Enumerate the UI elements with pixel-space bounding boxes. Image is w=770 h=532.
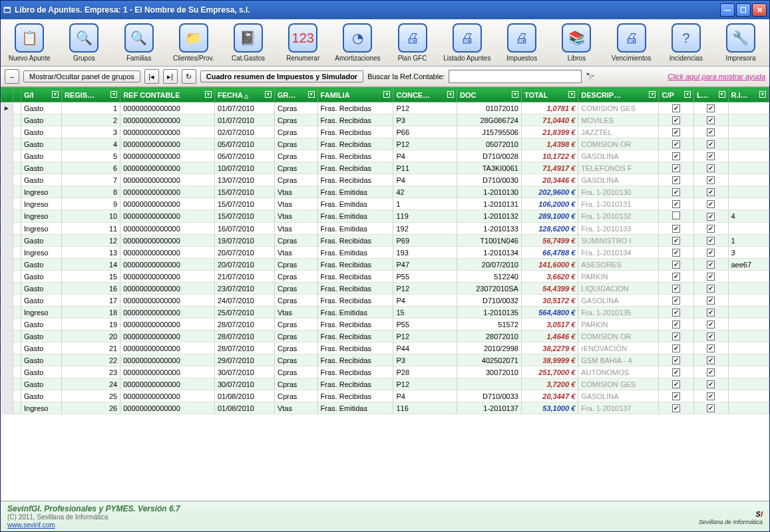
cell-l[interactable] — [693, 378, 728, 390]
table-row[interactable]: Ingreso90000000000000015/07/2010VtasFras… — [1, 198, 769, 210]
help-link[interactable]: Click aquí para mostrar ayuda — [668, 72, 765, 80]
toolbar-cat-gastos[interactable]: 📓Cat.Gastos — [221, 21, 276, 65]
cell-l[interactable] — [693, 319, 728, 331]
row-selector[interactable] — [1, 390, 13, 402]
cell-l[interactable] — [693, 126, 728, 138]
cell-cp[interactable] — [659, 198, 693, 210]
row-selector[interactable] — [1, 186, 13, 198]
cell-l[interactable] — [693, 174, 728, 186]
table-row[interactable]: Gasto70000000000000013/07/2010CprasFras.… — [1, 174, 769, 186]
cell-cp[interactable] — [659, 174, 693, 186]
table-row[interactable]: Gasto160000000000000023/07/2010CprasFras… — [1, 283, 769, 295]
cell-l[interactable] — [693, 186, 728, 198]
toolbar-libros[interactable]: 📚Libros — [549, 21, 604, 65]
col-header-14[interactable]: R.I…▼ — [728, 88, 769, 102]
table-row[interactable]: Gasto30000000000000002/07/2010CprasFras.… — [1, 126, 769, 138]
row-selector[interactable] — [1, 138, 13, 150]
cell-l[interactable] — [693, 307, 728, 319]
cell-cp[interactable] — [659, 114, 693, 126]
toolbar-familias[interactable]: 🔍Familias — [111, 21, 166, 65]
row-selector[interactable] — [1, 307, 13, 319]
cell-l[interactable] — [693, 198, 728, 210]
table-row[interactable]: Ingreso100000000000000015/07/2010VtasFra… — [1, 210, 769, 223]
toolbar-listado-apuntes[interactable]: 🖨Listado Apuntes — [440, 21, 494, 65]
minimize-button[interactable]: — — [720, 3, 735, 17]
cell-cp[interactable] — [659, 162, 693, 174]
toolbar-nuevo-apunte[interactable]: 📋Nuevo Apunte — [2, 21, 57, 65]
table-row[interactable]: Gasto220000000000000029/07/2010CprasFras… — [1, 354, 769, 366]
binoculars-icon[interactable]: 🔭 — [586, 72, 595, 81]
row-selector[interactable] — [1, 126, 13, 138]
row-selector[interactable] — [1, 223, 13, 235]
cell-l[interactable] — [693, 354, 728, 366]
row-selector[interactable] — [1, 319, 13, 331]
row-selector[interactable]: ▸ — [1, 102, 13, 114]
row-selector[interactable] — [1, 210, 13, 223]
table-row[interactable]: Gasto150000000000000021/07/2010CprasFras… — [1, 271, 769, 283]
cell-l[interactable] — [693, 331, 728, 342]
toolbar-impuestos[interactable]: 🖨Impuestos — [494, 21, 549, 65]
row-selector[interactable] — [1, 150, 13, 162]
cell-cp[interactable] — [659, 150, 693, 162]
col-header-8[interactable]: CONCE…▼ — [393, 88, 457, 102]
cell-l[interactable] — [693, 259, 728, 271]
row-selector[interactable] — [1, 114, 13, 126]
cell-l[interactable] — [693, 235, 728, 247]
row-selector[interactable] — [1, 174, 13, 186]
table-row[interactable]: Gasto230000000000000030/07/2010CprasFras… — [1, 366, 769, 378]
table-row[interactable]: Gasto50000000000000005/07/2010CprasFras.… — [1, 150, 769, 162]
collapse-button[interactable]: – — [5, 69, 19, 84]
table-row[interactable]: Ingreso110000000000000016/07/2010VtasFra… — [1, 223, 769, 235]
cuadro-resumen-button[interactable]: Cuadro resumen de Impuestos y Simulador — [200, 70, 363, 82]
table-row[interactable]: Gasto240000000000000030/07/2010CprasFras… — [1, 378, 769, 390]
cell-cp[interactable] — [659, 283, 693, 295]
table-row[interactable]: Gasto170000000000000024/07/2010CprasFras… — [1, 295, 769, 307]
cell-cp[interactable] — [659, 331, 693, 342]
cell-cp[interactable] — [659, 186, 693, 198]
cell-cp[interactable] — [659, 319, 693, 331]
cell-l[interactable] — [693, 102, 728, 114]
cell-cp[interactable] — [659, 126, 693, 138]
col-header-10[interactable]: TOTAL▼ — [521, 88, 578, 102]
col-header-9[interactable]: DOC▼ — [457, 88, 522, 102]
col-header-11[interactable]: DESCRIP…▼ — [578, 88, 659, 102]
table-row[interactable]: Gasto60000000000000010/07/2010CprasFras.… — [1, 162, 769, 174]
row-selector[interactable] — [1, 366, 13, 378]
cell-cp[interactable] — [659, 259, 693, 271]
row-selector[interactable] — [1, 283, 13, 295]
vendor-url[interactable]: www.sevinf.com — [7, 521, 55, 529]
table-row[interactable]: Gasto210000000000000028/07/2010CprasFras… — [1, 342, 769, 354]
cell-l[interactable] — [693, 114, 728, 126]
cell-cp[interactable] — [659, 210, 693, 223]
table-row[interactable]: Gasto190000000000000028/07/2010CprasFras… — [1, 319, 769, 331]
cell-l[interactable] — [693, 342, 728, 354]
toggle-groups-panel-button[interactable]: Mostrar/Ocultar panel de grupos — [23, 70, 140, 82]
col-header-2[interactable]: G/I▼ — [21, 88, 61, 102]
table-row[interactable]: Gasto40000000000000005/07/2010CprasFras.… — [1, 138, 769, 150]
col-header-0[interactable] — [1, 88, 13, 102]
row-selector[interactable] — [1, 235, 13, 247]
cell-l[interactable] — [693, 390, 728, 402]
row-selector[interactable] — [1, 354, 13, 366]
cell-l[interactable] — [693, 223, 728, 235]
col-header-7[interactable]: FAMILIA▼ — [317, 88, 393, 102]
toolbar-clientes-prov[interactable]: 📁Clientes/Prov. — [166, 21, 221, 65]
cell-cp[interactable] — [659, 271, 693, 283]
row-selector[interactable] — [1, 271, 13, 283]
cell-l[interactable] — [693, 271, 728, 283]
row-selector[interactable] — [1, 331, 13, 342]
col-header-4[interactable]: REF CONTABLE▼ — [120, 88, 215, 102]
cell-cp[interactable] — [659, 354, 693, 366]
table-row[interactable]: Gasto250000000000000001/08/2010CprasFras… — [1, 390, 769, 402]
cell-cp[interactable] — [659, 307, 693, 319]
cell-cp[interactable] — [659, 378, 693, 390]
table-row[interactable]: ▸Gasto10000000000000001/07/2010CprasFras… — [1, 102, 769, 114]
table-row[interactable]: Gasto20000000000000001/07/2010CprasFras.… — [1, 114, 769, 126]
col-header-13[interactable]: L…▼ — [693, 88, 728, 102]
table-row[interactable]: Gasto140000000000000020/07/2010CprasFras… — [1, 259, 769, 271]
toolbar-grupos[interactable]: 🔍Grupos — [57, 21, 111, 65]
table-row[interactable]: Ingreso130000000000000020/07/2010VtasFra… — [1, 247, 769, 259]
toolbar-amortizaciones[interactable]: ◔Amortizaciones — [330, 21, 385, 65]
table-row[interactable]: Gasto200000000000000028/07/2010CprasFras… — [1, 331, 769, 342]
cell-cp[interactable] — [659, 402, 693, 414]
